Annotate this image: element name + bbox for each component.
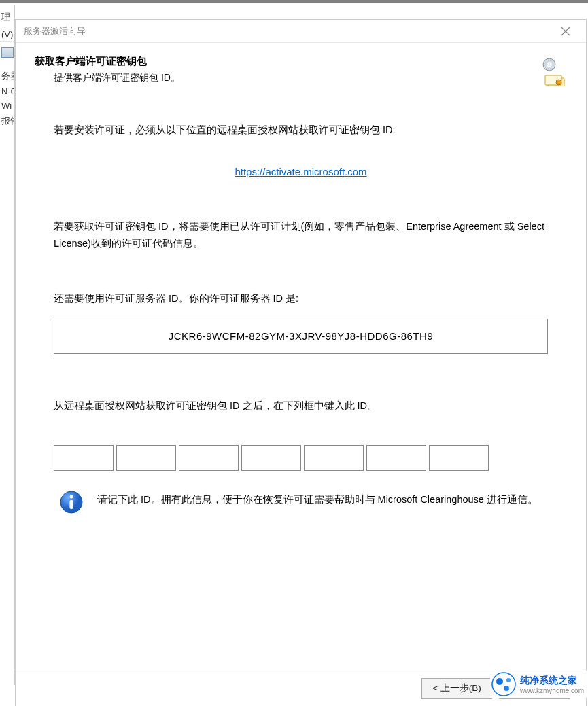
svg-point-13 xyxy=(504,686,509,691)
close-button[interactable] xyxy=(552,22,579,41)
bg-toolbar-icon xyxy=(1,47,14,58)
instruction-keypack: 若要获取许可证密钥包 ID，将需要使用已从许可证计划(例如，零售产品包装、Ent… xyxy=(54,218,548,251)
keypack-input-7[interactable] xyxy=(429,445,489,471)
bg-side-item: Wi xyxy=(0,99,14,113)
watermark-url: www.kzmyhome.com xyxy=(520,687,584,694)
activate-link[interactable]: https://activate.microsoft.com xyxy=(235,166,366,177)
watermark-logo-icon xyxy=(491,672,516,696)
wizard-header: 获取客户端许可证密钥包 提供客户端许可证密钥包 ID。 xyxy=(16,43,586,94)
watermark: 纯净系统之家 www.kzmyhome.com xyxy=(490,671,588,698)
svg-point-3 xyxy=(547,62,552,67)
info-note: 请记下此 ID。拥有此信息，便于你在恢复许可证需要帮助时与 Microsoft … xyxy=(54,490,548,514)
keypack-input-2[interactable] xyxy=(116,445,176,471)
info-icon xyxy=(59,490,84,514)
close-icon xyxy=(561,27,570,36)
page-title: 获取客户端许可证密钥包 xyxy=(35,55,538,68)
page-subtitle: 提供客户端许可证密钥包 ID。 xyxy=(35,72,538,84)
keypack-input-4[interactable] xyxy=(241,445,301,471)
svg-point-10 xyxy=(492,673,515,696)
svg-rect-9 xyxy=(70,500,73,509)
info-text: 请记下此 ID。拥有此信息，便于你在恢复许可证需要帮助时与 Microsoft … xyxy=(97,490,538,508)
keypack-input-1[interactable] xyxy=(54,445,114,471)
instruction-serverid: 还需要使用许可证服务器 ID。你的许可证服务器 ID 是: xyxy=(54,290,548,307)
window-title: 服务器激活向导 xyxy=(24,25,86,37)
titlebar: 服务器激活向导 xyxy=(16,20,586,43)
instruction-install: 若要安装许可证，必须从以下位置的远程桌面授权网站获取许可证密钥包 ID: xyxy=(54,122,548,139)
bg-title-fragment: 理 xyxy=(0,10,14,24)
bg-menu-fragment: (V) xyxy=(0,24,14,42)
certificate-key-icon xyxy=(538,55,570,86)
wizard-dialog: 服务器激活向导 获取客户端许可证密钥包 提供客户端许可证密钥包 ID。 xyxy=(15,19,587,706)
bg-side-item: N-0 xyxy=(0,84,14,99)
server-id-display: JCKR6-9WCFM-82GYM-3XJRV-98YJ8-HDD6G-86TH… xyxy=(54,319,548,354)
svg-point-6 xyxy=(556,80,561,85)
keypack-input-5[interactable] xyxy=(304,445,364,471)
instruction-enter-id: 从远程桌面授权网站获取许可证密钥包 ID 之后，在下列框中键入此 ID。 xyxy=(54,398,548,414)
watermark-name: 纯净系统之家 xyxy=(520,675,584,687)
keypack-input-6[interactable] xyxy=(366,445,426,471)
keypack-input-3[interactable] xyxy=(179,445,239,471)
back-button[interactable]: < 上一步(B) xyxy=(421,678,492,699)
bg-side-item: 务器 xyxy=(0,68,14,84)
wizard-content: 若要安装许可证，必须从以下位置的远程桌面授权网站获取许可证密钥包 ID: htt… xyxy=(16,94,586,669)
svg-point-12 xyxy=(506,678,511,682)
keypack-id-inputs xyxy=(54,445,548,471)
svg-point-11 xyxy=(496,678,503,685)
bg-toolbar xyxy=(0,42,14,63)
background-window: 理 (V) 务器 N-0 Wi 报告 xyxy=(0,5,15,685)
bg-side-item: 报告 xyxy=(0,113,14,129)
svg-point-8 xyxy=(70,495,73,499)
